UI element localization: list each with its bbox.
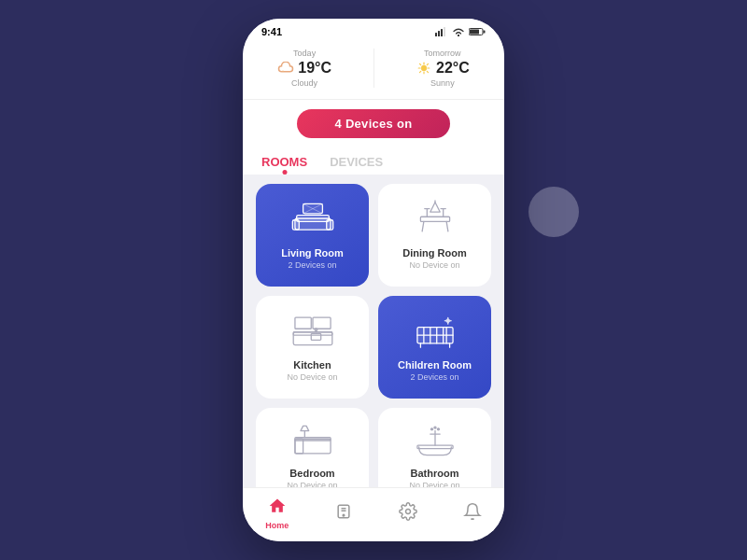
svg-rect-6 (470, 30, 479, 35)
kitchen-name: Kitchen (293, 359, 331, 371)
svg-point-39 (315, 329, 317, 331)
status-bar: 9:41 (243, 19, 504, 41)
today-temp: 19°C (277, 60, 331, 77)
home-icon (268, 497, 287, 519)
svg-rect-21 (296, 216, 329, 222)
dining-room-status: No Device on (409, 260, 459, 270)
nav-home[interactable]: Home (265, 497, 289, 530)
nav-settings[interactable] (399, 502, 417, 525)
home-label: Home (265, 521, 289, 530)
svg-line-27 (446, 221, 448, 231)
cloud-icon (277, 62, 294, 75)
svg-line-15 (427, 71, 428, 72)
bell-icon (463, 502, 482, 525)
svg-point-57 (430, 428, 432, 430)
svg-rect-25 (420, 217, 449, 221)
kitchen-status: No Device on (287, 372, 337, 382)
svg-rect-2 (441, 29, 443, 36)
svg-line-16 (419, 71, 420, 72)
svg-line-26 (422, 221, 424, 231)
children-room-status: 2 Devices on (410, 372, 458, 382)
phone-frame: 9:41 To (243, 19, 504, 541)
svg-rect-0 (435, 33, 437, 36)
svg-point-58 (433, 427, 435, 428)
settings-icon (399, 502, 417, 525)
rooms-grid: Living Room 2 Devices on (243, 175, 504, 511)
room-card-kitchen[interactable]: Kitchen No Device on (256, 296, 369, 399)
svg-point-4 (458, 35, 459, 36)
dining-room-name: Dining Room (402, 247, 466, 259)
room-card-children-room[interactable]: ✦ Children Room 2 Devices on (378, 296, 491, 399)
svg-line-14 (419, 63, 420, 64)
svg-text:✦: ✦ (444, 316, 452, 326)
tab-rooms[interactable]: ROOMS (261, 147, 307, 175)
svg-point-64 (405, 509, 410, 513)
room-card-living-room[interactable]: Living Room 2 Devices on (256, 184, 369, 287)
weather-bar: Today 19°C Cloudy Tomorrow (243, 41, 504, 100)
svg-rect-7 (484, 31, 486, 34)
svg-point-9 (421, 65, 427, 71)
tomorrow-temp: 22°C (416, 60, 470, 77)
svg-line-17 (427, 63, 428, 64)
bathroom-name: Bathroom (411, 468, 459, 479)
tomorrow-desc: Sunny (416, 78, 470, 88)
tabs-container: ROOMS DEVICES (243, 147, 504, 175)
devices-on-button[interactable]: 4 Devices on (297, 109, 449, 138)
children-room-icon: ✦ (407, 307, 463, 354)
weather-today: Today 19°C Cloudy (277, 49, 331, 88)
children-room-name: Children Room (398, 359, 472, 371)
today-label: Today (277, 49, 331, 58)
wifi-icon (452, 27, 465, 36)
nav-devices[interactable] (334, 502, 353, 525)
battery-icon (469, 27, 486, 36)
living-room-icon (285, 195, 341, 242)
svg-rect-3 (444, 27, 445, 36)
svg-point-8 (283, 70, 285, 72)
kitchen-icon (285, 307, 341, 354)
svg-point-61 (343, 514, 345, 516)
today-desc: Cloudy (277, 78, 331, 88)
decorative-circle (529, 187, 579, 237)
svg-rect-37 (311, 333, 320, 340)
devices-btn-container: 4 Devices on (243, 100, 504, 147)
sun-icon (416, 62, 432, 75)
svg-point-59 (437, 428, 439, 430)
svg-rect-35 (294, 317, 310, 329)
bottom-nav: Home (243, 487, 504, 541)
bathroom-icon (407, 419, 463, 462)
living-room-status: 2 Devices on (288, 260, 336, 270)
tab-devices[interactable]: DEVICES (330, 147, 383, 175)
status-icons (435, 27, 486, 36)
living-room-name: Living Room (281, 247, 344, 259)
room-card-dining-room[interactable]: Dining Room No Device on (378, 184, 491, 287)
nav-notifications[interactable] (463, 502, 482, 525)
svg-rect-1 (438, 31, 440, 36)
time-display: 9:41 (261, 26, 282, 37)
dining-room-icon (407, 195, 463, 242)
bedroom-icon (285, 419, 341, 462)
device-icon (334, 502, 353, 525)
svg-rect-36 (313, 317, 331, 329)
bedroom-name: Bedroom (289, 468, 334, 479)
signal-icon (435, 27, 448, 36)
tomorrow-label: Tomorrow (416, 49, 470, 58)
weather-tomorrow: Tomorrow 22°C Sunny (416, 49, 470, 88)
